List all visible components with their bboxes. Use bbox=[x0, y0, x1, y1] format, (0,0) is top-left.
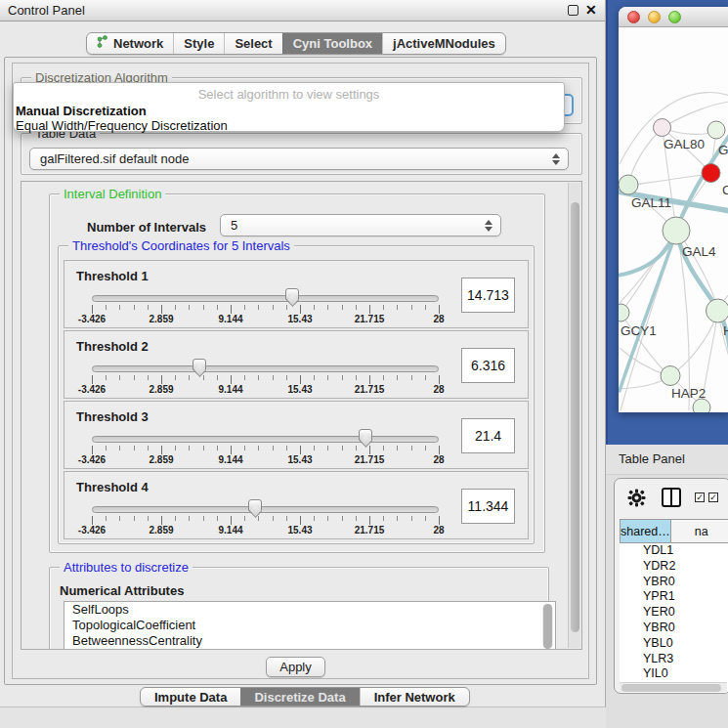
table-panel-card: ✓ ✓ shared… na YDL19…YDL1YDR27…YDR2YBR04… bbox=[614, 478, 728, 694]
attribute-item[interactable]: BetweennessCentrality bbox=[64, 633, 555, 649]
scrollbar-thumb[interactable] bbox=[571, 202, 579, 632]
tick-label: 9.144 bbox=[218, 525, 242, 535]
network-node[interactable] bbox=[702, 164, 720, 183]
scrollbar-thumb[interactable] bbox=[543, 604, 552, 649]
table-row[interactable]: YIL052CYIL0 bbox=[620, 666, 728, 682]
table-panel-title: Table Panel bbox=[619, 451, 685, 466]
checkbox-icon[interactable]: ✓ bbox=[695, 492, 705, 502]
tab-infer-network[interactable]: Infer Network bbox=[360, 688, 469, 706]
network-node[interactable] bbox=[707, 121, 725, 139]
threshold-row: Threshold 3 -3.4262.8599.14415.4321.7152… bbox=[64, 401, 529, 469]
table-cell[interactable]: YER0 bbox=[620, 605, 728, 621]
scrollbar-thumb[interactable] bbox=[621, 684, 721, 692]
table-toolbar: ✓ ✓ bbox=[615, 479, 728, 518]
columns-icon[interactable] bbox=[662, 488, 681, 507]
popup-option-manual-discretization[interactable]: Manual Discretization bbox=[14, 104, 564, 118]
gear-icon[interactable] bbox=[627, 489, 646, 511]
table-cell[interactable]: YDR2 bbox=[620, 559, 728, 575]
table-horizontal-scrollbar[interactable] bbox=[620, 682, 727, 692]
table-cell[interactable]: YLR3 bbox=[620, 652, 728, 667]
tick-label: 15.43 bbox=[287, 454, 312, 465]
node-label: GAL4 bbox=[682, 244, 716, 259]
table-row[interactable]: YDL19…YDL1 bbox=[620, 543, 728, 559]
settings-vertical-scrollbar[interactable] bbox=[568, 183, 580, 648]
tab-network[interactable]: Network bbox=[87, 33, 173, 54]
network-canvas[interactable]: GAL80GCGAL11GAL4GCY1HHAP2 bbox=[619, 27, 728, 412]
table-cell[interactable]: YPR1 bbox=[620, 589, 728, 605]
tick-label: -3.426 bbox=[78, 314, 106, 324]
tab-jactivemnodules[interactable]: jActiveMNodules bbox=[382, 33, 505, 54]
desktop-strip bbox=[0, 707, 606, 728]
zoom-traffic-light-icon[interactable] bbox=[668, 11, 681, 23]
node-label: HAP2 bbox=[671, 386, 706, 401]
network-node[interactable] bbox=[654, 119, 671, 137]
attributes-list-scrollbar[interactable] bbox=[542, 604, 553, 649]
table-cell[interactable]: YDL1 bbox=[620, 543, 728, 559]
threshold-value-field[interactable]: 14.713 bbox=[461, 278, 515, 313]
table-row[interactable]: YER054CYER0 bbox=[620, 605, 728, 621]
tick-labels: -3.4262.8599.14415.4321.71528 bbox=[64, 472, 528, 538]
tab-jactivemnodules-label: jActiveMNodules bbox=[393, 36, 495, 51]
node-label: GAL11 bbox=[631, 195, 671, 210]
table-cell[interactable]: YBL0 bbox=[620, 636, 728, 652]
table-cell[interactable]: YBR0 bbox=[620, 575, 728, 590]
control-panel-window: Control Panel ✕ Network Style Select C bbox=[0, 0, 606, 707]
network-node[interactable] bbox=[661, 366, 680, 386]
float-window-icon[interactable] bbox=[568, 5, 578, 16]
column-header-shared-name[interactable]: shared… bbox=[620, 519, 671, 543]
table-cell[interactable]: YBR0 bbox=[620, 621, 728, 636]
tick-labels: -3.4262.8599.14415.4321.71528 bbox=[64, 331, 528, 398]
network-node[interactable] bbox=[619, 175, 638, 194]
tab-cyni-toolbox[interactable]: Cyni Toolbox bbox=[282, 33, 382, 54]
numerical-attributes-list[interactable]: SelfLoopsTopologicalCoefficientBetweenne… bbox=[64, 601, 556, 650]
network-frame: GAL80GCGAL11GAL4GCY1HHAP2 bbox=[606, 0, 728, 445]
checkbox-icon[interactable]: ✓ bbox=[708, 492, 718, 502]
tab-cyni-toolbox-label: Cyni Toolbox bbox=[293, 36, 372, 51]
node-label: GAL80 bbox=[664, 137, 705, 151]
slider-thumb[interactable] bbox=[359, 429, 372, 441]
node-label: H bbox=[723, 323, 728, 338]
table-row[interactable]: YBR045CYBR0 bbox=[620, 621, 728, 636]
table-row[interactable]: YBL079WYBL0 bbox=[620, 636, 728, 652]
tab-impute-data[interactable]: Impute Data bbox=[141, 688, 240, 706]
table-cell[interactable]: YIL0 bbox=[620, 666, 728, 682]
network-node[interactable] bbox=[707, 299, 728, 322]
algorithm-dropdown-popup: Select algorithm to view settings Manual… bbox=[13, 82, 565, 132]
tick-label: 28 bbox=[433, 525, 444, 535]
slider-thumb[interactable] bbox=[248, 499, 262, 511]
tab-discretize-data[interactable]: Discretize Data bbox=[240, 688, 359, 706]
apply-button[interactable]: Apply bbox=[266, 657, 325, 677]
tick-label: 15.43 bbox=[287, 384, 312, 395]
table-data-combo[interactable]: galFiltered.sif default node bbox=[29, 148, 569, 170]
tick-label: 28 bbox=[433, 454, 444, 465]
tab-select[interactable]: Select bbox=[224, 33, 281, 54]
network-node[interactable] bbox=[619, 304, 629, 321]
network-node[interactable] bbox=[693, 399, 710, 412]
threshold-value-field[interactable]: 11.344 bbox=[461, 489, 515, 524]
close-traffic-light-icon[interactable] bbox=[627, 11, 640, 23]
minimize-traffic-light-icon[interactable] bbox=[648, 11, 661, 23]
table-row[interactable]: YPR145WYPR1 bbox=[620, 589, 728, 605]
popup-option-equal-width-frequency[interactable]: Equal Width/Frequency Discretization bbox=[14, 118, 564, 133]
table-row[interactable]: YLR345WYLR3 bbox=[620, 652, 728, 667]
threshold-value-field[interactable]: 21.4 bbox=[461, 418, 515, 453]
table-row[interactable]: YBR043CYBR0 bbox=[620, 575, 728, 590]
thresholds-groupbox: Threshold's Coordinates for 5 Intervals … bbox=[58, 245, 535, 544]
network-node[interactable] bbox=[663, 217, 690, 244]
attribute-item[interactable]: TopologicalCoefficient bbox=[64, 618, 555, 633]
threshold-row: Threshold 2 -3.4262.8599.14415.4321.7152… bbox=[64, 330, 529, 399]
tick-label: -3.426 bbox=[78, 525, 106, 535]
close-icon[interactable]: ✕ bbox=[585, 2, 597, 18]
bottom-tab-bar: Impute Data Discretize Data Infer Networ… bbox=[140, 687, 470, 707]
slider-thumb[interactable] bbox=[285, 288, 299, 300]
threshold-value-field[interactable]: 6.316 bbox=[461, 348, 515, 383]
slider-thumb[interactable] bbox=[193, 359, 206, 370]
attribute-item[interactable]: SelfLoops bbox=[64, 602, 555, 618]
column-header-name[interactable]: na bbox=[671, 519, 728, 543]
right-column: GAL80GCGAL11GAL4GCY1HHAP2 Table Panel bbox=[606, 0, 728, 728]
table-header-row: shared… na bbox=[620, 519, 728, 543]
tick-label: 28 bbox=[433, 384, 444, 395]
tab-style[interactable]: Style bbox=[173, 33, 224, 54]
number-of-intervals-combo[interactable]: 5 bbox=[220, 214, 501, 236]
table-row[interactable]: YDR27…YDR2 bbox=[620, 559, 728, 575]
